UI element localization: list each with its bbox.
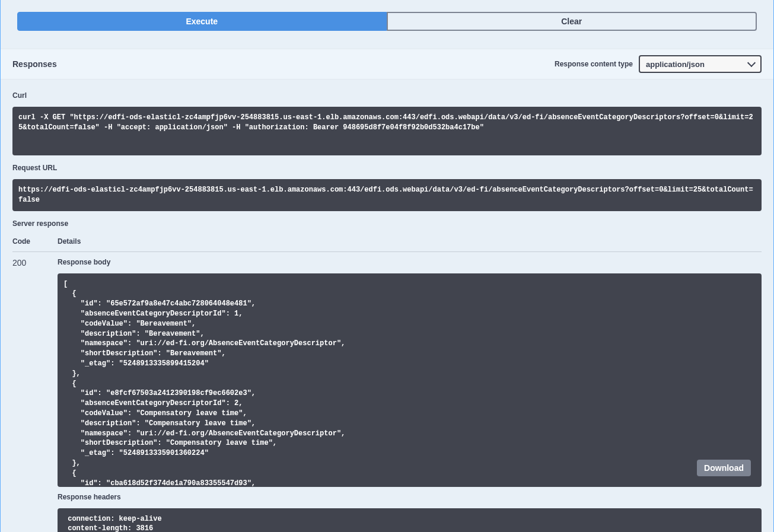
button-row: Execute Clear: [1, 0, 773, 49]
response-body-wrap: [ { "id": "65e572af9a8e47c4abc728064048e…: [58, 273, 762, 487]
download-button[interactable]: Download: [697, 460, 751, 476]
response-body-label: Response body: [58, 258, 762, 266]
response-details: Response body [ { "id": "65e572af9a8e47c…: [58, 258, 762, 532]
curl-label: Curl: [12, 91, 762, 100]
body-section: Curl curl -X GET "https://edfi-ods-elast…: [1, 79, 773, 532]
responses-header: Responses Response content type applicat…: [1, 49, 773, 79]
response-headers-label: Response headers: [58, 493, 762, 501]
response-headers-block[interactable]: connection: keep-alive content-length: 3…: [58, 508, 762, 532]
execute-button[interactable]: Execute: [17, 12, 387, 31]
operation-panel: Execute Clear Responses Response content…: [0, 0, 774, 532]
response-body-block[interactable]: [ { "id": "65e572af9a8e47c4abc728064048e…: [58, 273, 762, 487]
response-code: 200: [12, 258, 58, 532]
responses-title: Responses: [12, 59, 57, 69]
content-type-wrap: Response content type application/json: [555, 55, 762, 73]
request-url-block[interactable]: https://edfi-ods-elasticl-zc4ampfjp6vv-2…: [12, 179, 762, 211]
content-type-label: Response content type: [555, 60, 633, 68]
curl-block[interactable]: curl -X GET "https://edfi-ods-elasticl-z…: [12, 107, 762, 155]
clear-button[interactable]: Clear: [387, 12, 757, 31]
content-type-value: application/json: [646, 60, 705, 69]
table-header: Code Details: [12, 231, 762, 252]
server-response-label: Server response: [12, 219, 762, 228]
details-header: Details: [58, 237, 762, 246]
response-row: 200 Response body [ { "id": "65e572af9a8…: [12, 252, 762, 532]
request-url-label: Request URL: [12, 164, 762, 172]
content-type-select[interactable]: application/json: [639, 55, 762, 73]
code-header: Code: [12, 237, 58, 246]
